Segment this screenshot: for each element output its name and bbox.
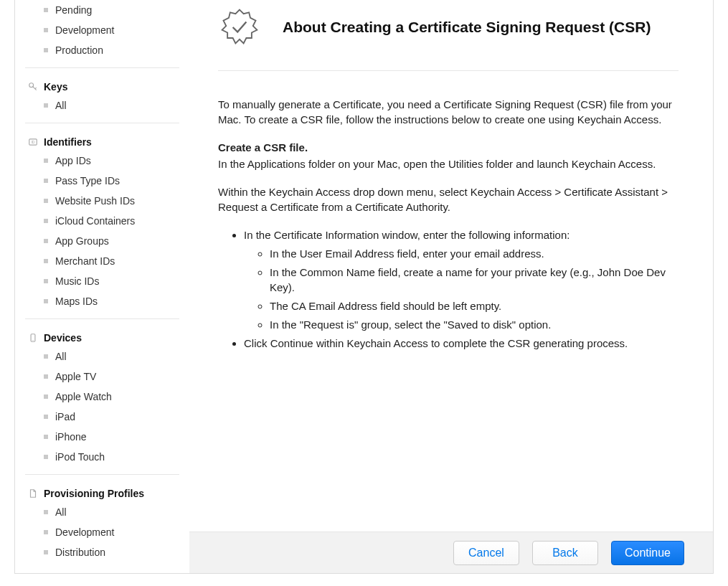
bullet-icon — [44, 219, 48, 223]
certificate-badge-icon — [218, 6, 261, 49]
section-label: Provisioning Profiles — [44, 488, 144, 499]
device-icon — [28, 333, 38, 343]
svg-text:ID: ID — [31, 140, 34, 144]
nav-label: Maps IDs — [55, 296, 98, 307]
bullet-icon — [44, 415, 48, 419]
sidebar-item-production[interactable]: Production — [25, 40, 179, 60]
create-text: In the Applications folder on your Mac, … — [218, 156, 679, 171]
divider — [25, 123, 179, 123]
bullet-icon — [44, 259, 48, 263]
sidebar-item-app-groups[interactable]: App Groups — [25, 231, 179, 251]
key-icon — [28, 82, 38, 92]
list-item: In the Certificate Information window, e… — [244, 227, 679, 333]
bullet-icon — [44, 354, 48, 359]
list-item: The CA Email Address field should be lef… — [270, 298, 679, 314]
continue-button[interactable]: Continue — [611, 541, 684, 565]
nav-label: Production — [55, 44, 103, 56]
nav-label: App IDs — [55, 155, 91, 166]
bullet-icon — [44, 374, 48, 379]
section-label: Identifiers — [44, 136, 92, 148]
nav-label: Music IDs — [55, 275, 99, 287]
sidebar-item-pass-type-ids[interactable]: Pass Type IDs — [25, 171, 179, 191]
title-row: About Creating a Certificate Signing Req… — [218, 0, 679, 70]
nav-label: iPhone — [55, 431, 87, 443]
page-title: About Creating a Certificate Signing Req… — [283, 19, 651, 36]
document-icon — [28, 488, 38, 498]
footer-bar: Cancel Back Continue — [189, 531, 713, 573]
create-heading: Create a CSR file. — [218, 140, 679, 155]
bullet-icon — [44, 179, 48, 183]
nav-label: iPad — [55, 411, 75, 422]
section-label: Devices — [44, 332, 82, 344]
bullet-icon — [44, 28, 48, 32]
nav-label: iCloud Containers — [55, 215, 135, 227]
divider — [25, 67, 179, 68]
sidebar-item-development[interactable]: Development — [25, 20, 179, 40]
sidebar-section-keys[interactable]: Keys — [25, 78, 179, 95]
bullet-icon — [44, 239, 48, 243]
sidebar-item-profiles-distribution[interactable]: Distribution — [25, 542, 179, 562]
nav-label: Distribution — [55, 547, 105, 558]
bullet-icon — [44, 159, 48, 163]
svg-point-4 — [32, 340, 33, 341]
bullet-icon — [44, 435, 48, 439]
nav-label: Apple TV — [55, 371, 96, 382]
sidebar-item-apple-watch[interactable]: Apple Watch — [25, 387, 179, 407]
id-icon: ID — [28, 137, 38, 147]
list-text: In the Certificate Information window, e… — [244, 229, 569, 241]
bullet-icon — [44, 48, 48, 52]
sidebar-item-app-ids[interactable]: App IDs — [25, 151, 179, 171]
list-item: In the "Request is" group, select the "S… — [270, 317, 679, 333]
sidebar-item-keys-all[interactable]: All — [25, 95, 179, 115]
nav-label: Website Push IDs — [55, 195, 135, 207]
sidebar-item-devices-all[interactable]: All — [25, 346, 179, 367]
section-label: Keys — [44, 81, 67, 93]
sidebar-item-pending[interactable]: Pending — [25, 0, 179, 20]
divider — [218, 70, 679, 71]
bullet-icon — [44, 8, 48, 12]
bullet-icon — [44, 550, 48, 554]
bullet-icon — [44, 394, 48, 399]
nav-label: Development — [55, 24, 115, 36]
sidebar-item-maps-ids[interactable]: Maps IDs — [25, 291, 179, 311]
nav-label: iPod Touch — [55, 451, 105, 463]
sidebar-section-identifiers[interactable]: ID Identifiers — [25, 133, 179, 151]
bullet-icon — [44, 299, 48, 303]
sidebar: Pending Development Production Keys All — [15, 0, 189, 573]
divider — [25, 318, 179, 319]
nav-label: Development — [55, 526, 115, 538]
sidebar-item-apple-tv[interactable]: Apple TV — [25, 367, 179, 387]
content-area: About Creating a Certificate Signing Req… — [189, 0, 713, 531]
cancel-button[interactable]: Cancel — [453, 541, 519, 565]
nav-label: All — [55, 100, 67, 111]
sidebar-item-website-push-ids[interactable]: Website Push IDs — [25, 191, 179, 211]
sidebar-section-devices[interactable]: Devices — [25, 329, 179, 346]
sidebar-section-profiles[interactable]: Provisioning Profiles — [25, 485, 179, 502]
nav-label: Merchant IDs — [55, 255, 115, 267]
list-item: In the User Email Address field, enter y… — [270, 246, 679, 262]
intro-text: To manually generate a Certificate, you … — [218, 97, 679, 127]
sidebar-item-iphone[interactable]: iPhone — [25, 427, 179, 447]
sidebar-item-merchant-ids[interactable]: Merchant IDs — [25, 251, 179, 271]
bullet-icon — [44, 279, 48, 283]
nav-label: All — [55, 351, 67, 362]
nav-label: Pending — [55, 4, 92, 16]
bullet-icon — [44, 103, 48, 108]
nav-label: Pass Type IDs — [55, 175, 120, 186]
list-item: In the Common Name field, create a name … — [270, 265, 679, 296]
sub-instruction-list: In the User Email Address field, enter y… — [244, 246, 679, 333]
sidebar-item-icloud-containers[interactable]: iCloud Containers — [25, 211, 179, 231]
sidebar-item-ipad[interactable]: iPad — [25, 407, 179, 427]
sidebar-item-ipod-touch[interactable]: iPod Touch — [25, 447, 179, 467]
bullet-icon — [44, 510, 48, 514]
instruction-list: In the Certificate Information window, e… — [218, 227, 679, 351]
main-panel: About Creating a Certificate Signing Req… — [189, 0, 713, 573]
back-button[interactable]: Back — [532, 541, 598, 565]
nav-label: App Groups — [55, 235, 109, 247]
nav-label: Apple Watch — [55, 391, 112, 402]
sidebar-item-music-ids[interactable]: Music IDs — [25, 271, 179, 291]
divider — [25, 474, 179, 475]
bullet-icon — [44, 530, 48, 534]
sidebar-item-profiles-development[interactable]: Development — [25, 522, 179, 542]
sidebar-item-profiles-all[interactable]: All — [25, 502, 179, 522]
